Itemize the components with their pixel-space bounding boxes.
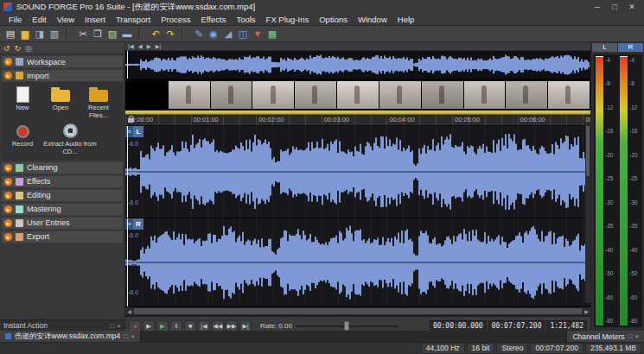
- section-label: Effects: [27, 177, 50, 186]
- undo-history-icon[interactable]: ↺: [3, 44, 10, 53]
- left-channel-waveform[interactable]: ≡ L -6.0-inf.-6.0: [125, 126, 590, 218]
- section-header-export[interactable]: ▸Export: [1, 231, 124, 243]
- rate-slider[interactable]: [296, 321, 398, 331]
- menu-item-process[interactable]: Process: [156, 15, 195, 24]
- channel-meters-tab[interactable]: Channel Meters □ ×: [566, 331, 644, 342]
- next-marker-icon[interactable]: ▶: [147, 43, 151, 50]
- menu-item-insert[interactable]: Insert: [80, 15, 111, 24]
- magnify-tool-icon[interactable]: ◉: [207, 27, 220, 41]
- marker-tool-icon[interactable]: ▼: [251, 27, 265, 41]
- expand-arrow-icon[interactable]: ▸: [4, 164, 12, 172]
- maximize-button[interactable]: □: [606, 3, 623, 11]
- menu-item-tools[interactable]: Tools: [231, 15, 260, 24]
- left-channel-tag[interactable]: ≡ L: [125, 126, 143, 137]
- overview-waveform[interactable]: [125, 51, 590, 79]
- menu-item-effects[interactable]: Effects: [196, 15, 232, 24]
- save-icon[interactable]: ◨: [33, 27, 47, 41]
- menu-item-transport[interactable]: Transport: [111, 15, 156, 24]
- expand-arrow-icon[interactable]: ▸: [4, 72, 12, 79]
- time-ruler[interactable]: 00:00:0000:01:0000:02:0000:03:0000:04:00…: [125, 115, 590, 126]
- go-to-start-icon[interactable]: |◀: [128, 43, 134, 50]
- paste-icon[interactable]: ▨: [105, 27, 119, 41]
- find-icon[interactable]: ◎: [25, 44, 32, 53]
- render-as-icon[interactable]: ▥: [48, 27, 61, 41]
- section-label: Workspace: [27, 58, 66, 66]
- horizontal-scrollbar[interactable]: ◀ ▶: [125, 307, 590, 316]
- instant-action-tab[interactable]: Instant Action □ ×: [0, 319, 124, 331]
- minimize-button[interactable]: ─: [589, 3, 606, 11]
- menu-item-help[interactable]: Help: [392, 15, 420, 24]
- right-channel-waveform[interactable]: ≡ R -6.0-inf.-6.0: [125, 218, 590, 307]
- import-item-new[interactable]: New: [4, 85, 41, 119]
- right-channel-tag[interactable]: ≡ R: [125, 218, 143, 230]
- playback-cursor: [127, 126, 128, 218]
- redo-history-icon[interactable]: ↻: [15, 44, 22, 53]
- section-header-effects[interactable]: ▸Effects: [1, 175, 124, 188]
- toolbar-separator: [182, 28, 188, 40]
- section-header-import[interactable]: ▸Import: [1, 69, 124, 82]
- section-header-user-entries[interactable]: ▸User Entries: [1, 217, 124, 230]
- expand-arrow-icon[interactable]: ▸: [4, 192, 12, 199]
- envelope-tool-icon[interactable]: ◢: [221, 27, 235, 41]
- expand-arrow-icon[interactable]: ▸: [4, 233, 12, 241]
- section-header-mastering[interactable]: ▸Mastering: [1, 203, 124, 216]
- db-scale-label: -6.0: [128, 289, 138, 295]
- waveform-left[interactable]: [125, 126, 590, 218]
- import-item-label: Recent Files...: [80, 104, 117, 119]
- import-item-extract-audio-from-cd[interactable]: Extract Audio from CD...: [42, 122, 98, 155]
- section-header-editing[interactable]: ▸Editing: [1, 189, 124, 202]
- open-folder-icon[interactable]: ▆: [18, 27, 32, 41]
- event-tool-icon[interactable]: ◫: [236, 27, 250, 41]
- expand-arrow-icon[interactable]: ▸: [4, 178, 12, 186]
- close-icon[interactable]: ×: [634, 332, 639, 340]
- undo-icon[interactable]: ↶: [149, 27, 163, 41]
- close-button[interactable]: ✕: [623, 3, 641, 11]
- left-channel-label: L: [133, 126, 143, 137]
- go-to-end-icon[interactable]: ▶|: [156, 43, 162, 50]
- ruler-time-label: 00:05:00: [455, 116, 480, 123]
- menu-item-file[interactable]: File: [3, 15, 27, 24]
- waveform-right[interactable]: [125, 218, 590, 307]
- section-header-cleaning[interactable]: ▸Cleaning: [1, 161, 124, 174]
- expand-arrow-icon[interactable]: ▸: [4, 58, 12, 66]
- new-file-icon[interactable]: ▤: [3, 27, 17, 41]
- vertical-scrollbar[interactable]: [585, 123, 590, 303]
- expand-arrow-icon[interactable]: ▸: [4, 205, 12, 213]
- close-icon[interactable]: ×: [117, 322, 121, 330]
- video-thumbnail: [211, 81, 252, 109]
- video-thumbnail-strip: [125, 79, 590, 111]
- scrollbar-thumb[interactable]: [134, 308, 582, 314]
- slider-handle[interactable]: [344, 321, 349, 331]
- import-item-recent-files[interactable]: Recent Files...: [80, 85, 117, 119]
- close-icon[interactable]: ×: [131, 332, 135, 340]
- previous-marker-icon[interactable]: ◀: [138, 43, 143, 50]
- cut-icon[interactable]: ✂: [76, 27, 90, 41]
- section-header-workspace[interactable]: ▸Workspace: [1, 55, 124, 68]
- menu-item-fx-plug-ins[interactable]: FX Plug-Ins: [261, 15, 315, 24]
- menu-item-window[interactable]: Window: [353, 15, 392, 24]
- main-toolbar: ▤▆◨▥✂❐▨▬↶↷✎◉◢◫▼▦: [0, 26, 644, 42]
- expand-arrow-icon[interactable]: ▸: [4, 219, 12, 227]
- scroll-left-icon[interactable]: ◀: [125, 308, 133, 314]
- menu-item-options[interactable]: Options: [314, 15, 353, 24]
- edit-tool-icon[interactable]: ✎: [192, 27, 206, 41]
- copy-icon[interactable]: ❐: [91, 27, 105, 41]
- editor-area: |◀◀▶▶| 00:00:0000:01:0000:02:0000:03:000…: [125, 42, 590, 331]
- scrollbar-thumb[interactable]: [586, 126, 590, 176]
- trim-icon[interactable]: ▬: [120, 27, 134, 41]
- snap-toggle-icon[interactable]: ▦: [265, 27, 279, 41]
- menu-item-edit[interactable]: Edit: [27, 15, 51, 24]
- sidebar-toolbar: ↺↻◎: [0, 42, 124, 54]
- scroll-right-icon[interactable]: ▶: [583, 308, 590, 314]
- import-item-record[interactable]: Record: [4, 122, 41, 155]
- dock-icon[interactable]: □: [124, 332, 128, 340]
- folder-icon: [51, 90, 70, 102]
- redo-icon[interactable]: ↷: [163, 27, 177, 41]
- dock-icon[interactable]: □: [628, 332, 632, 340]
- ruler-time-label: 00:04:00: [389, 116, 414, 123]
- import-item-open[interactable]: Open: [42, 85, 79, 119]
- waveform-overview[interactable]: [125, 51, 590, 79]
- document-tab[interactable]: 伤逝的安详www.ssdax.com.mp4 □ ×: [0, 331, 141, 342]
- dock-icon[interactable]: □: [110, 322, 114, 330]
- menu-item-view[interactable]: View: [52, 15, 80, 24]
